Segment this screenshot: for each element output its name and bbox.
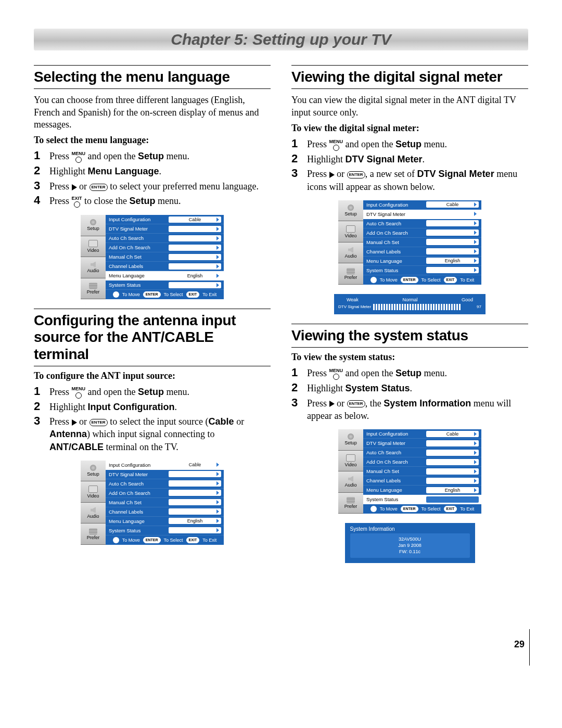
step-3: Press or ENTER, a new set of DTV Signal …: [291, 167, 528, 194]
osd-tab-setup: Setup: [338, 429, 363, 451]
osd-tab-video: Video: [81, 236, 106, 258]
menu-button-icon: MENU: [329, 368, 343, 380]
lead-in: To configure the ANT input source:: [34, 371, 271, 381]
steps-system-status: Press MENU and open the Setup menu. High…: [291, 366, 528, 423]
signal-weak-label: Weak: [347, 297, 359, 302]
step-1: Press MENU and open the Setup menu.: [34, 149, 271, 164]
step-4: Press EXIT to close the Setup menu.: [34, 194, 271, 209]
divider: [34, 88, 271, 89]
divider: [34, 65, 271, 66]
divider: [291, 347, 528, 348]
osd-tab-setup: Setup: [338, 200, 363, 222]
osd-tab-prefer: Prefer: [338, 493, 363, 514]
sysinfo-date: Jan 9 2008: [353, 543, 467, 549]
divider: [291, 65, 528, 66]
osd-screenshot-menu-language: Setup Video Audio Prefer Input Configura…: [81, 215, 224, 299]
osd-screenshot-input-config: Setup Video Audio Prefer Input Configura…: [81, 461, 224, 545]
osd-tab-audio: Audio: [81, 257, 106, 278]
enter-button-icon: ENTER: [347, 400, 365, 407]
osd-tab-video: Video: [338, 451, 363, 472]
osd-tab-setup: Setup: [81, 461, 106, 482]
osd-tab-audio: Audio: [338, 242, 363, 264]
play-icon: [329, 172, 335, 178]
section-title-digital-signal-meter: Viewing the digital signal meter: [291, 69, 528, 85]
step-2: Highlight Input Configuration.: [34, 400, 271, 414]
section-title-antenna-input: Configuring the antenna input source for…: [34, 312, 271, 363]
signal-value: 97: [477, 304, 481, 309]
step-3: Press or ENTER to select the input sourc…: [34, 414, 271, 454]
step-1: Press MENU and open the Setup menu.: [291, 366, 528, 381]
play-icon: [72, 419, 77, 426]
page-number: 29: [514, 639, 525, 650]
play-icon: [329, 401, 335, 407]
lead-in: To select the menu language:: [34, 135, 271, 146]
step-3: Press or ENTER, the System Information m…: [291, 396, 528, 424]
menu-button-icon: MENU: [72, 387, 86, 398]
step-2: Highlight DTV Signal Meter.: [291, 152, 528, 167]
signal-normal-label: Normal: [402, 297, 417, 302]
divider: [291, 88, 528, 89]
divider: [34, 309, 271, 309]
play-icon: [72, 184, 77, 190]
signal-bars-icon: [373, 304, 475, 310]
intro-text: You can choose from three different lang…: [34, 94, 271, 131]
step-1: Press MENU and open the Setup menu.: [291, 137, 528, 152]
enter-button-icon: ENTER: [347, 171, 365, 178]
right-column: Viewing the digital signal meter You can…: [291, 65, 528, 563]
lead-in: To view the system status:: [291, 352, 528, 363]
signal-good-label: Good: [462, 297, 473, 302]
osd-tab-setup: Setup: [81, 215, 106, 236]
sysinfo-model: 32AV500U: [353, 537, 467, 543]
step-2: Highlight System Status.: [291, 381, 528, 395]
section-title-system-status: Viewing the system status: [291, 327, 528, 344]
sysinfo-heading: System Information: [350, 526, 470, 532]
section-title-menu-language: Selecting the menu language: [34, 69, 271, 85]
system-information-box: System Information 32AV500U Jan 9 2008 F…: [345, 523, 475, 563]
osd-tab-prefer: Prefer: [81, 278, 106, 300]
divider: [291, 324, 528, 324]
menu-button-icon: MENU: [72, 151, 86, 163]
dtv-signal-meter-box: Weak Normal Good DTV Signal Meter 97: [334, 294, 486, 314]
enter-button-icon: ENTER: [90, 184, 108, 191]
osd-tab-prefer: Prefer: [81, 523, 106, 545]
chapter-banner: Chapter 5: Setting up your TV: [34, 29, 528, 50]
steps-menu-language: Press MENU and open the Setup menu. High…: [34, 149, 271, 209]
signal-meter-label: DTV Signal Meter: [338, 304, 371, 309]
osd-screenshot-dtv-signal: Setup Video Audio Prefer Input Configura…: [338, 200, 481, 285]
osd-tab-video: Video: [81, 481, 106, 503]
osd-tab-audio: Audio: [338, 471, 363, 493]
menu-button-icon: MENU: [329, 139, 343, 151]
step-1: Press MENU and open the Setup menu.: [34, 385, 271, 400]
enter-button-icon: ENTER: [90, 419, 108, 426]
intro-text: You can view the digital signal meter in…: [291, 94, 528, 119]
steps-antenna-input: Press MENU and open the Setup menu. High…: [34, 385, 271, 454]
divider: [34, 366, 271, 366]
lead-in: To view the digital signal meter:: [291, 123, 528, 134]
steps-digital-signal-meter: Press MENU and open the Setup menu. High…: [291, 137, 528, 194]
step-2: Highlight Menu Language.: [34, 164, 271, 178]
osd-tab-audio: Audio: [81, 503, 106, 524]
step-3: Press or ENTER to select your preferred …: [34, 179, 271, 194]
osd-tab-video: Video: [338, 221, 363, 242]
left-column: Selecting the menu language You can choo…: [34, 65, 271, 563]
crop-mark: [529, 629, 530, 666]
exit-button-icon: EXIT: [72, 196, 82, 208]
osd-tab-prefer: Prefer: [338, 263, 363, 285]
osd-screenshot-system-status: Setup Video Audio Prefer Input Configura…: [338, 429, 481, 514]
sysinfo-fw: FW: 0.11c: [353, 549, 467, 555]
